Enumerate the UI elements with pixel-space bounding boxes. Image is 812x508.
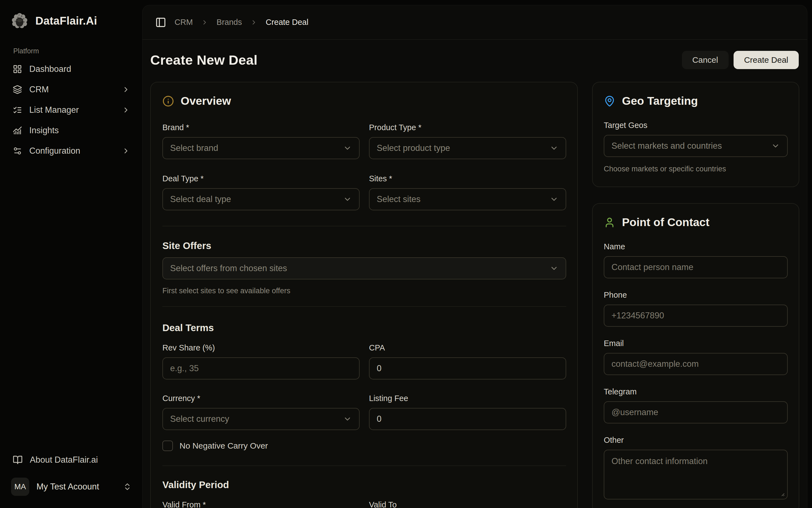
- contact-other-field: Other: [604, 435, 788, 499]
- product-type-select[interactable]: Select product type: [369, 137, 566, 159]
- chevron-down-icon: [550, 144, 559, 153]
- resize-handle-icon[interactable]: [778, 490, 785, 497]
- cancel-button[interactable]: Cancel: [682, 51, 729, 69]
- brand-field: Brand * Select brand: [162, 123, 360, 159]
- target-geos-select[interactable]: Select markets and countries: [604, 135, 788, 157]
- chevron-right-icon: [201, 19, 208, 26]
- contact-email-field: Email: [604, 339, 788, 375]
- target-geos-placeholder: Select markets and countries: [612, 141, 722, 151]
- avatar: MA: [11, 478, 29, 496]
- currency-field: Currency * Select currency: [162, 394, 360, 430]
- listing-fee-input[interactable]: [369, 408, 566, 430]
- deal-terms-title: Deal Terms: [162, 322, 566, 333]
- site-offers-helper: First select sites to see available offe…: [162, 287, 566, 295]
- valid-from-field: Valid From * Select start date: [162, 500, 360, 508]
- listing-fee-label: Listing Fee: [369, 394, 566, 403]
- contact-phone-label: Phone: [604, 291, 788, 300]
- sidebar-item-label: List Manager: [29, 105, 79, 115]
- currency-select[interactable]: Select currency: [162, 408, 360, 430]
- contact-phone-input[interactable]: [604, 305, 788, 327]
- sidebar-item-list-manager[interactable]: List Manager: [8, 101, 135, 119]
- chevron-right-icon: [122, 106, 130, 114]
- brand-select[interactable]: Select brand: [162, 137, 360, 159]
- rev-share-input[interactable]: [162, 357, 360, 379]
- about-label: About DataFlair.ai: [30, 455, 98, 465]
- chevron-down-icon: [343, 415, 352, 423]
- sidebar-item-dashboard[interactable]: Dashboard: [8, 60, 135, 78]
- point-of-contact-card: Point of Contact Name Phone Email: [592, 203, 799, 508]
- site-offers-title: Site Offers: [162, 240, 566, 251]
- site-offers-select[interactable]: Select offers from chosen sites: [162, 257, 566, 280]
- deal-type-select[interactable]: Select deal type: [162, 188, 360, 210]
- rev-share-label: Rev Share (%): [162, 343, 360, 352]
- layout-grid-icon: [13, 65, 22, 74]
- create-deal-button[interactable]: Create Deal: [733, 51, 799, 69]
- header-actions: Cancel Create Deal: [682, 51, 799, 69]
- contact-name-input[interactable]: [604, 256, 788, 278]
- breadcrumb-item-crm[interactable]: CRM: [175, 18, 193, 27]
- valid-to-field: Valid To Select end date: [369, 500, 566, 508]
- contact-telegram-field: Telegram: [604, 387, 788, 423]
- sites-select[interactable]: Select sites: [369, 188, 566, 210]
- site-offers-placeholder: Select offers from chosen sites: [170, 263, 287, 273]
- contact-telegram-label: Telegram: [604, 387, 788, 396]
- sites-label: Sites *: [369, 174, 566, 183]
- sidebar-item-label: Insights: [29, 125, 59, 135]
- layers-icon: [13, 85, 22, 94]
- book-open-icon: [13, 455, 22, 465]
- page-title: Create New Deal: [150, 52, 258, 68]
- product-type-select-placeholder: Select product type: [377, 143, 450, 153]
- deal-type-label: Deal Type *: [162, 174, 360, 183]
- brand-name: DataFlair.Ai: [35, 15, 97, 27]
- chevron-down-icon: [550, 195, 559, 204]
- form-columns: Overview Brand * Select brand Product Ty…: [150, 82, 799, 508]
- account-switcher[interactable]: MA My Test Acoount: [8, 475, 135, 499]
- target-geos-helper: Choose markets or specific countries: [604, 165, 788, 173]
- chevron-right-icon: [250, 19, 257, 26]
- breadcrumb: CRM Brands Create Deal: [143, 5, 807, 40]
- geo-targeting-heading: Geo Targeting: [604, 94, 788, 108]
- sidebar-item-label: Dashboard: [29, 64, 71, 74]
- geo-targeting-title: Geo Targeting: [622, 94, 698, 108]
- product-type-field: Product Type * Select product type: [369, 123, 566, 159]
- product-type-label: Product Type *: [369, 123, 566, 132]
- contact-email-input[interactable]: [604, 353, 788, 375]
- geo-targeting-card: Geo Targeting Target Geos Select markets…: [592, 82, 799, 187]
- no-negative-carry-over-checkbox[interactable]: [162, 440, 173, 451]
- validity-period-title: Validity Period: [162, 479, 566, 490]
- brand-label: Brand *: [162, 123, 360, 132]
- chevron-down-icon: [343, 144, 352, 153]
- user-icon: [604, 217, 615, 228]
- about-link[interactable]: About DataFlair.ai: [8, 452, 135, 468]
- map-pin-icon: [604, 95, 615, 107]
- no-negative-carry-over-row: No Negative Carry Over: [162, 440, 566, 451]
- sidebar-nav: Dashboard CRM List Manager Insights Conf…: [8, 60, 135, 160]
- overview-card: Overview Brand * Select brand Product Ty…: [150, 82, 578, 508]
- contact-name-label: Name: [604, 242, 788, 251]
- cpa-label: CPA: [369, 343, 566, 352]
- sidebar-item-label: Configuration: [29, 146, 80, 156]
- contact-other-textarea[interactable]: [604, 450, 788, 499]
- section-divider: [162, 465, 566, 466]
- chevron-down-icon: [343, 195, 352, 204]
- breadcrumb-item-brands[interactable]: Brands: [217, 18, 242, 27]
- sidebar-item-configuration[interactable]: Configuration: [8, 142, 135, 160]
- target-geos-field: Target Geos Select markets and countries…: [604, 121, 788, 173]
- sidebar-item-crm[interactable]: CRM: [8, 81, 135, 98]
- section-divider: [162, 306, 566, 307]
- contact-other-label: Other: [604, 435, 788, 445]
- cpa-input[interactable]: [369, 357, 566, 379]
- deal-type-field: Deal Type * Select deal type: [162, 174, 360, 210]
- page-header: Create New Deal Cancel Create Deal: [150, 51, 799, 69]
- right-column: Geo Targeting Target Geos Select markets…: [592, 82, 799, 508]
- sidebar-item-insights[interactable]: Insights: [8, 122, 135, 139]
- sidebar-toggle-icon[interactable]: [155, 17, 166, 28]
- info-icon: [162, 95, 174, 107]
- target-geos-label: Target Geos: [604, 121, 788, 130]
- sliders-icon: [13, 146, 22, 156]
- brand-logo-row[interactable]: DataFlair.Ai: [8, 10, 135, 31]
- point-of-contact-title: Point of Contact: [622, 216, 710, 229]
- sites-select-placeholder: Select sites: [377, 194, 421, 204]
- contact-email-label: Email: [604, 339, 788, 348]
- contact-telegram-input[interactable]: [604, 401, 788, 423]
